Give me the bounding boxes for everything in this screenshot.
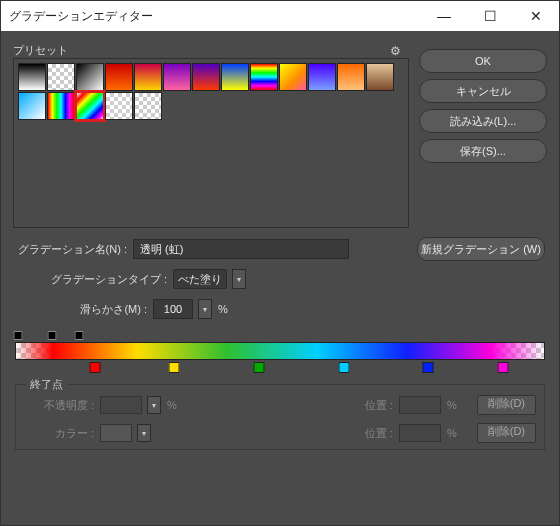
- window: グラデーションエディター — ☐ ✕ プリセット ⚙: [0, 0, 560, 526]
- titlebar: グラデーションエディター — ☐ ✕: [1, 1, 559, 31]
- color-stop[interactable]: [89, 362, 100, 373]
- gear-icon[interactable]: ⚙: [390, 44, 401, 58]
- position-input[interactable]: [399, 424, 441, 442]
- smoothness-unit: %: [218, 303, 228, 315]
- color-stop[interactable]: [169, 362, 180, 373]
- gradient-type-dropdown[interactable]: べた塗り: [173, 269, 227, 289]
- preset-swatch[interactable]: [134, 63, 162, 91]
- preset-swatch[interactable]: [308, 63, 336, 91]
- preset-swatch[interactable]: [105, 92, 133, 120]
- window-title: グラデーションエディター: [9, 8, 421, 25]
- preset-swatch[interactable]: [134, 92, 162, 120]
- opacity-stop[interactable]: [13, 331, 22, 340]
- color-swatch[interactable]: [100, 424, 132, 442]
- color-label: カラー :: [24, 426, 94, 441]
- color-stop[interactable]: [497, 362, 508, 373]
- cancel-button[interactable]: キャンセル: [419, 79, 547, 103]
- preset-swatch[interactable]: [18, 63, 46, 91]
- color-stop[interactable]: [338, 362, 349, 373]
- color-stop-track[interactable]: [15, 360, 545, 378]
- preset-box: [13, 58, 409, 228]
- preset-swatch[interactable]: [18, 92, 46, 120]
- preset-swatch[interactable]: [279, 63, 307, 91]
- delete-button[interactable]: 削除(D): [477, 395, 536, 415]
- chevron-down-icon[interactable]: ▾: [198, 299, 212, 319]
- ok-button[interactable]: OK: [419, 49, 547, 73]
- gradient-type-label: グラデーションタイプ :: [15, 272, 167, 287]
- position-label: 位置 :: [323, 398, 393, 413]
- percent-label: %: [447, 399, 457, 411]
- preset-swatch[interactable]: [192, 63, 220, 91]
- position-input[interactable]: [399, 396, 441, 414]
- gradient-name-input[interactable]: [133, 239, 349, 259]
- position-label: 位置 :: [323, 426, 393, 441]
- preset-swatch-selected[interactable]: [76, 92, 104, 120]
- minimize-button[interactable]: —: [421, 1, 467, 31]
- preset-swatch[interactable]: [105, 63, 133, 91]
- chevron-down-icon[interactable]: ▾: [137, 424, 151, 442]
- chevron-down-icon[interactable]: ▾: [147, 396, 161, 414]
- close-button[interactable]: ✕: [513, 1, 559, 31]
- gradient-name-label: グラデーション名(N) :: [15, 242, 127, 257]
- smoothness-label: 滑らかさ(M) :: [15, 302, 147, 317]
- save-button[interactable]: 保存(S)...: [419, 139, 547, 163]
- opacity-stop[interactable]: [48, 331, 57, 340]
- percent-label: %: [447, 427, 457, 439]
- preset-swatch[interactable]: [337, 63, 365, 91]
- color-stop[interactable]: [423, 362, 434, 373]
- preset-swatch[interactable]: [76, 63, 104, 91]
- color-stop[interactable]: [253, 362, 264, 373]
- preset-swatch[interactable]: [47, 92, 75, 120]
- gradient-type-value: べた塗り: [178, 272, 222, 287]
- opacity-label: 不透明度 :: [24, 398, 94, 413]
- smoothness-input[interactable]: [153, 299, 193, 319]
- delete-button[interactable]: 削除(D): [477, 423, 536, 443]
- percent-label: %: [167, 399, 177, 411]
- preset-swatch[interactable]: [250, 63, 278, 91]
- preset-grid: [18, 63, 404, 120]
- load-button[interactable]: 読み込み(L)...: [419, 109, 547, 133]
- opacity-stop[interactable]: [74, 331, 83, 340]
- maximize-button[interactable]: ☐: [467, 1, 513, 31]
- preset-swatch[interactable]: [366, 63, 394, 91]
- chevron-down-icon[interactable]: ▾: [232, 269, 246, 289]
- new-gradient-button[interactable]: 新規グラデーション (W): [417, 237, 545, 261]
- opacity-stop-track[interactable]: [15, 328, 545, 342]
- preset-swatch[interactable]: [221, 63, 249, 91]
- presets-label: プリセット: [13, 43, 390, 58]
- opacity-input[interactable]: [100, 396, 142, 414]
- endpoint-legend: 終了点: [26, 377, 67, 392]
- endpoint-group: 終了点 不透明度 : ▾ % 位置 : % 削除(D) カラー : ▾ 位置 :…: [15, 384, 545, 450]
- preset-swatch[interactable]: [47, 63, 75, 91]
- preset-swatch[interactable]: [163, 63, 191, 91]
- gradient-bar[interactable]: [15, 342, 545, 360]
